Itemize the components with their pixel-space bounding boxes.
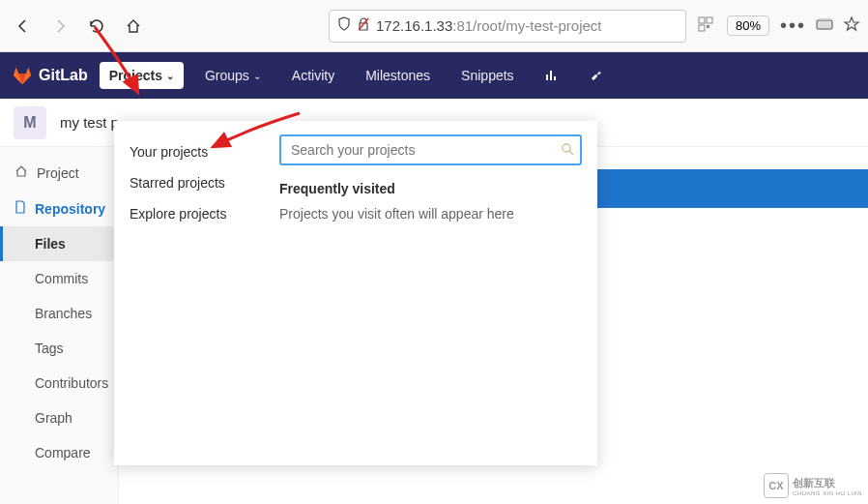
forward-button[interactable] [44, 11, 75, 42]
sidebar-sub-graph[interactable]: Graph [0, 400, 118, 435]
shield-icon [337, 16, 351, 35]
gitlab-logo[interactable]: GitLab [12, 65, 88, 86]
nav-snippets[interactable]: Snippets [451, 62, 523, 89]
freq-visited-empty: Projects you visit often will appear her… [279, 206, 582, 222]
project-name[interactable]: my test p [60, 114, 119, 131]
library-icon[interactable] [816, 17, 833, 35]
project-avatar: M [14, 106, 46, 139]
back-button[interactable] [8, 11, 39, 42]
nav-projects[interactable]: Projects ⌄ [100, 62, 184, 89]
dropdown-left-pane: Your projects Starred projects Explore p… [114, 121, 264, 465]
search-icon [561, 142, 574, 159]
svg-rect-4 [707, 25, 709, 28]
chevron-down-icon: ⌄ [253, 71, 261, 81]
svg-rect-2 [707, 17, 712, 23]
svg-rect-3 [699, 25, 705, 31]
dropdown-starred-projects[interactable]: Starred projects [114, 167, 264, 198]
gitlab-logo-icon [12, 65, 33, 86]
wrench-icon[interactable] [580, 63, 613, 88]
dropdown-your-projects[interactable]: Your projects [114, 136, 264, 167]
watermark: CX 创新互联 CHUANG XIN HU LIAN [764, 473, 862, 498]
overflow-menu-icon[interactable]: ••• [780, 15, 806, 37]
analytics-icon[interactable] [535, 63, 568, 88]
zoom-indicator[interactable]: 80% [727, 15, 769, 36]
sidebar-sub-compare[interactable]: Compare [0, 435, 118, 470]
sidebar-sub-contributors[interactable]: Contributors [0, 366, 118, 400]
browser-toolbar: 172.16.1.33:81/root/my-test-project 80% … [0, 0, 868, 52]
not-secure-icon [357, 16, 370, 35]
watermark-icon: CX [764, 473, 789, 498]
freq-visited-heading: Frequently visited [279, 181, 582, 196]
home-button[interactable] [118, 11, 149, 42]
svg-point-7 [563, 144, 570, 152]
gitlab-navbar: GitLab Projects ⌄ Groups ⌄ Activity Mile… [0, 52, 868, 99]
dropdown-explore-projects[interactable]: Explore projects [114, 198, 264, 229]
svg-rect-6 [819, 18, 830, 20]
sidebar-sub-commits[interactable]: Commits [0, 261, 118, 296]
sidebar: Project Repository Files Commits Branche… [0, 147, 119, 504]
sidebar-sub-files[interactable]: Files [0, 226, 118, 261]
projects-dropdown: Your projects Starred projects Explore p… [114, 121, 597, 465]
doc-icon [14, 200, 27, 217]
qr-icon[interactable] [698, 16, 713, 36]
nav-activity[interactable]: Activity [282, 62, 344, 89]
svg-rect-1 [699, 17, 705, 23]
search-projects-input[interactable] [279, 134, 582, 165]
svg-rect-5 [817, 20, 832, 29]
address-bar[interactable]: 172.16.1.33:81/root/my-test-project [329, 10, 686, 43]
sidebar-sub-branches[interactable]: Branches [0, 296, 118, 331]
sidebar-item-project[interactable]: Project [0, 155, 118, 191]
star-icon[interactable] [843, 15, 860, 37]
nav-milestones[interactable]: Milestones [356, 62, 440, 89]
url-text: 172.16.1.33:81/root/my-test-project [376, 17, 601, 34]
brand-text: GitLab [39, 67, 88, 84]
dropdown-right-pane: Frequently visited Projects you visit of… [264, 121, 597, 465]
sidebar-sub-tags[interactable]: Tags [0, 331, 118, 366]
nav-groups[interactable]: Groups ⌄ [195, 62, 271, 89]
sidebar-item-repository[interactable]: Repository [0, 191, 118, 226]
svg-line-8 [569, 151, 573, 155]
chevron-down-icon: ⌄ [166, 71, 174, 81]
reload-button[interactable] [81, 11, 112, 42]
home-icon [14, 164, 29, 181]
